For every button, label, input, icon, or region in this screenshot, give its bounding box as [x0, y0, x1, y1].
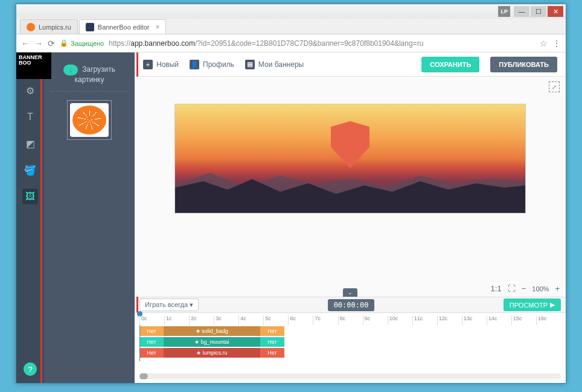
zoom-in-icon[interactable]: +: [555, 284, 560, 293]
track-row[interactable]: Нет ★solid_badg Нет: [139, 326, 284, 336]
forward-button[interactable]: →: [34, 39, 43, 48]
tab-lumpics[interactable]: Lumpics.ru: [20, 19, 78, 34]
tab-label: BannerBoo editor: [98, 24, 150, 31]
star-icon: ★: [194, 339, 199, 345]
play-mode-select[interactable]: Играть всегда ▾: [139, 299, 199, 311]
top-menu: +Новый 👤Профиль ▦Мои баннеры СОХРАНИТЬ П…: [135, 52, 566, 77]
close-tab-icon[interactable]: ×: [155, 23, 159, 31]
url-field[interactable]: https://app.bannerboo.com/?id=20951&code…: [109, 39, 535, 48]
help-icon[interactable]: ?: [24, 362, 37, 376]
app-root: BANNER BOO ⚙ T ◩ 🪣 🖼 ? ↓ Загрузить карти…: [16, 52, 566, 383]
playback-bar: Играть всегда ▾ 00:00:00 ПРОСМОТР ▶: [135, 297, 566, 312]
zoom-percent: 100%: [532, 285, 549, 292]
menu-icon[interactable]: ⋮: [552, 39, 561, 48]
cloud-upload-icon: ↓: [63, 65, 78, 75]
shapes-icon[interactable]: ◩: [22, 136, 38, 151]
back-button[interactable]: ←: [21, 39, 30, 48]
favicon-icon: [86, 23, 94, 31]
favicon-icon: [27, 23, 35, 31]
user-icon: 👤: [190, 60, 199, 69]
secure-label: Защищено: [71, 40, 104, 47]
reload-button[interactable]: ⟳: [48, 39, 55, 48]
star-icon: ★: [196, 350, 201, 356]
aspect-icon[interactable]: 1:1: [491, 284, 502, 293]
close-button[interactable]: ✕: [548, 6, 563, 17]
lp-badge: LP: [498, 6, 510, 17]
horizontal-scrollbar[interactable]: [139, 373, 561, 379]
time-ruler[interactable]: 0c 1c 2c 3c 4c 5c 6c 7c 8c 9c 10c 11c 12…: [139, 315, 561, 325]
maximize-button[interactable]: ☐: [531, 6, 546, 17]
window-titlebar: LP — ☐ ✕: [16, 4, 566, 19]
text-icon[interactable]: T: [22, 109, 38, 125]
grid-icon: ▦: [245, 60, 255, 69]
fill-icon[interactable]: 🪣: [22, 162, 38, 178]
app-logo: BANNER BOO: [16, 52, 51, 79]
star-icon: ★: [196, 328, 200, 334]
images-panel: ↓ Загрузить картинку: [44, 52, 135, 383]
upload-label: Загрузить: [82, 65, 115, 74]
publish-button[interactable]: ПУБЛИКОВАТЬ: [490, 57, 557, 72]
secure-badge: 🔒 Защищено: [60, 39, 104, 47]
address-bar: ← → ⟳ 🔒 Защищено https://app.bannerboo.c…: [16, 34, 566, 52]
browser-tabs: Lumpics.ru BannerBoo editor ×: [16, 19, 566, 34]
canvas-area: ⤢ ⌄ 1:1 ⛶ − 100% +: [135, 77, 566, 297]
tracks: Нет ★solid_badg Нет Нет ★bg_mountai Нет …: [139, 326, 561, 358]
image-icon[interactable]: 🖼: [22, 189, 38, 204]
banner-canvas[interactable]: [175, 104, 525, 213]
save-button[interactable]: СОХРАНИТЬ: [421, 57, 479, 72]
track-row[interactable]: Нет ★bg_mountai Нет: [139, 337, 284, 347]
fit-icon[interactable]: ⛶: [508, 284, 516, 293]
minimize-button[interactable]: —: [514, 6, 529, 17]
timeline: 0c 1c 2c 3c 4c 5c 6c 7c 8c 9c 10c 11c 12…: [135, 312, 566, 383]
tab-label: Lumpics.ru: [39, 24, 71, 31]
thumbnail-preview: [70, 103, 109, 137]
upload-button[interactable]: ↓ Загрузить картинку: [50, 61, 129, 92]
profile-button[interactable]: 👤Профиль: [190, 60, 234, 69]
play-icon: ▶: [550, 301, 555, 309]
zoom-controls: 1:1 ⛶ − 100% +: [491, 284, 560, 293]
browser-window: LP — ☐ ✕ Lumpics.ru BannerBoo editor × ←…: [16, 4, 566, 384]
lock-icon: 🔒: [60, 39, 68, 47]
timecode: 00:00:00: [328, 299, 375, 311]
new-button[interactable]: +Новый: [143, 60, 179, 69]
preview-button[interactable]: ПРОСМОТР ▶: [504, 299, 561, 311]
settings-icon[interactable]: ⚙: [22, 83, 38, 98]
zoom-out-icon[interactable]: −: [522, 284, 526, 293]
plus-icon: +: [143, 60, 153, 69]
main-area: +Новый 👤Профиль ▦Мои баннеры СОХРАНИТЬ П…: [135, 52, 566, 383]
bookmark-icon[interactable]: ☆: [540, 39, 548, 48]
tab-bannerboo[interactable]: BannerBoo editor ×: [79, 19, 167, 34]
image-thumbnail[interactable]: [67, 100, 112, 140]
mybanners-button[interactable]: ▦Мои баннеры: [245, 60, 304, 69]
side-toolbar: ⚙ T ◩ 🪣 🖼 ?: [16, 52, 44, 383]
upload-label-2: картинку: [75, 75, 104, 84]
track-row[interactable]: Нет ★lumpics.ru Нет: [139, 348, 284, 358]
collapse-panel-icon[interactable]: ⌄: [343, 288, 357, 297]
expand-icon[interactable]: ⤢: [549, 81, 560, 92]
